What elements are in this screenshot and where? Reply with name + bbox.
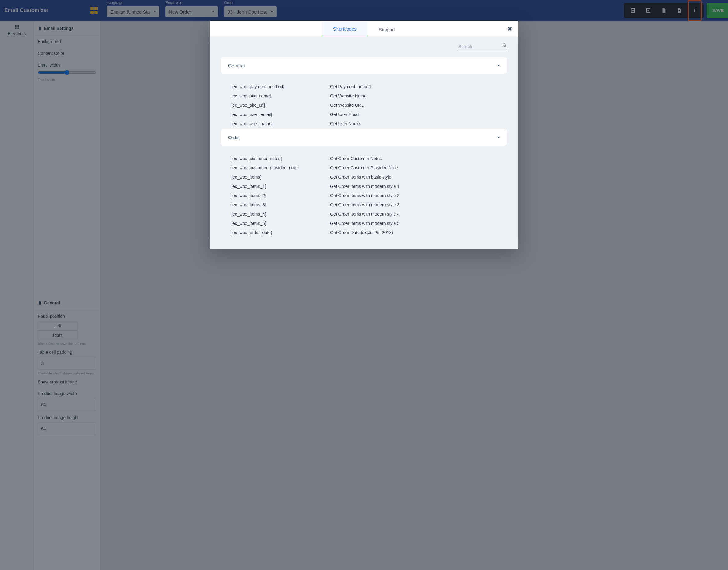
- shortcode-group-title: Order: [228, 135, 240, 140]
- shortcode-group: General: [221, 57, 507, 74]
- shortcode-desc: Get Website Name: [330, 93, 497, 98]
- shortcode-code[interactable]: [ec_woo_items_4]: [231, 212, 324, 217]
- shortcode-desc: Get Order Items with modern style 2: [330, 193, 497, 198]
- shortcode-desc: Get Order Items with modern style 3: [330, 202, 497, 207]
- search-icon: [502, 43, 507, 48]
- shortcode-code[interactable]: [ec_woo_items_2]: [231, 193, 324, 198]
- shortcode-group-header[interactable]: General: [221, 57, 507, 74]
- shortcode-list: [ec_woo_customer_notes]Get Order Custome…: [224, 156, 504, 236]
- shortcode-desc: Get Order Date (ex;Jul 25, 2018): [330, 230, 497, 235]
- shortcode-desc: Get Order Items with basic style: [330, 175, 497, 180]
- shortcode-code[interactable]: [ec_woo_site_name]: [231, 93, 324, 98]
- shortcode-code[interactable]: [ec_woo_customer_notes]: [231, 156, 324, 161]
- shortcode-desc: Get Order Items with modern style 4: [330, 212, 497, 217]
- shortcode-code[interactable]: [ec_woo_items_1]: [231, 184, 324, 189]
- caret-down-icon: [497, 136, 500, 138]
- shortcode-code[interactable]: [ec_woo_site_url]: [231, 103, 324, 108]
- shortcode-code[interactable]: [ec_woo_order_date]: [231, 230, 324, 235]
- shortcode-desc: Get Payment method: [330, 84, 497, 89]
- shortcode-desc: Get Order Customer Notes: [330, 156, 497, 161]
- shortcode-desc: Get User Email: [330, 112, 497, 117]
- shortcode-code[interactable]: [ec_woo_user_email]: [231, 112, 324, 117]
- tab-support[interactable]: Support: [368, 22, 406, 36]
- shortcode-desc: Get Order Customer Provided Note: [330, 165, 497, 170]
- search-input[interactable]: [458, 42, 507, 51]
- shortcode-desc: Get Website URL: [330, 103, 497, 108]
- shortcode-group-title: General: [228, 63, 244, 68]
- search-wrap: [458, 42, 507, 51]
- modal-tabs: Shortcodes Support ✖: [210, 21, 518, 37]
- shortcode-code[interactable]: [ec_woo_customer_provided_note]: [231, 165, 324, 170]
- close-icon[interactable]: ✖: [508, 26, 512, 32]
- shortcode-code[interactable]: [ec_woo_items_5]: [231, 221, 324, 226]
- caret-down-icon: [497, 65, 500, 66]
- shortcode-desc: Get Order Items with modern style 5: [330, 221, 497, 226]
- shortcode-desc: Get Order Items with modern style 1: [330, 184, 497, 189]
- svg-point-6: [503, 43, 506, 46]
- shortcode-desc: Get User Name: [330, 121, 497, 126]
- tab-shortcodes[interactable]: Shortcodes: [322, 21, 368, 36]
- shortcode-list: [ec_woo_payment_method]Get Payment metho…: [224, 84, 504, 127]
- shortcode-code[interactable]: [ec_woo_user_name]: [231, 121, 324, 126]
- shortcode-group-header[interactable]: Order: [221, 129, 507, 146]
- shortcodes-modal: Shortcodes Support ✖ General[ec_woo_paym…: [210, 21, 518, 249]
- shortcode-group: Order: [221, 129, 507, 146]
- shortcode-code[interactable]: [ec_woo_payment_method]: [231, 84, 324, 89]
- shortcode-code[interactable]: [ec_woo_items_3]: [231, 202, 324, 207]
- shortcode-code[interactable]: [ec_woo_items]: [231, 175, 324, 180]
